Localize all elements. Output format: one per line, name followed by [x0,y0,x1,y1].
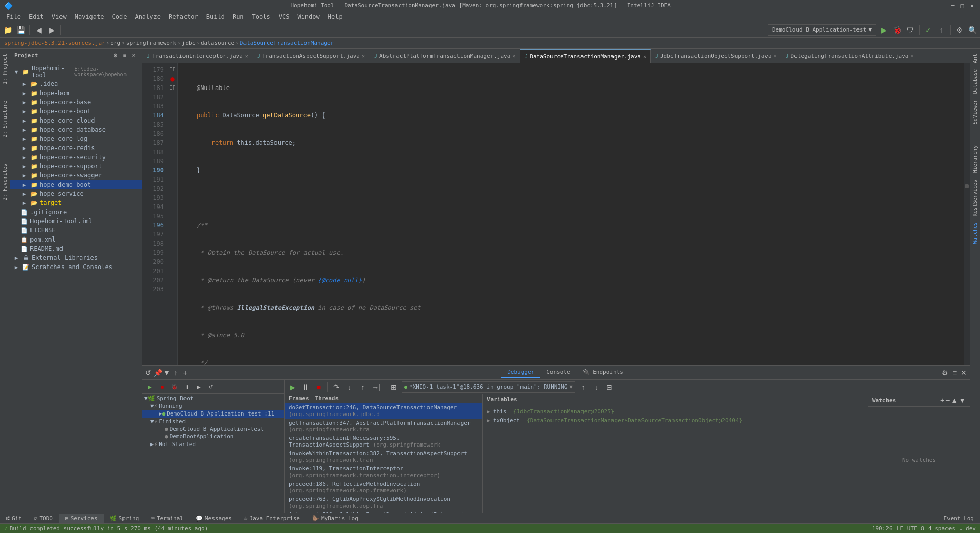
tree-hope-demo-boot[interactable]: ▶ 📁 hope-demo-boot [10,180,142,189]
tab-jto-close[interactable]: ✕ [774,53,777,59]
bottom-tab-terminal[interactable]: ⌨ Terminal [145,514,190,523]
menu-view[interactable]: View [48,12,71,21]
tab-dtm-close[interactable]: ✕ [643,54,646,60]
git-button[interactable]: ✓ [923,24,934,36]
services-refresh-icon[interactable]: ↺ [144,369,152,377]
app-refresh-icon[interactable]: ↺ [205,381,217,392]
tree-hope-core-security[interactable]: ▶ 📁 hope-core-security [10,153,142,162]
var-txobject[interactable]: ▶ txObject = {DataSourceTransactionManag… [483,416,868,425]
services-not-started[interactable]: ▶ ⚡ Not Started [142,440,284,448]
editor-scrollbar[interactable] [964,63,970,365]
menu-file[interactable]: File [2,12,25,21]
watches-add-btn[interactable]: + [940,396,944,404]
menu-help[interactable]: Help [324,12,347,21]
back-button[interactable]: ◀ [33,24,44,36]
debug-step-into-icon[interactable]: ↓ [344,381,355,393]
frame-6[interactable]: proceed:763, CglibAopProxy$CglibMethodIn… [285,495,482,510]
debug-resume-icon[interactable]: ▶ [287,381,298,393]
tab-delegating-ta[interactable]: J DelegatingTransactionAttribute.java ✕ [781,49,918,63]
tree-hope-core-support[interactable]: ▶ 📁 hope-core-support [10,162,142,171]
menu-tools[interactable]: Tools [248,12,274,21]
code-content[interactable]: @Nullable public DataSource getDataSourc… [178,63,964,365]
debug-button[interactable]: 🐞 [892,24,903,36]
git-push-button[interactable]: ↑ [936,24,947,36]
bottom-tab-messages[interactable]: 💬 Messages [190,514,238,523]
menu-edit[interactable]: Edit [25,12,48,21]
tree-idea[interactable]: ▶ 📂 .idea [10,79,142,88]
var-this[interactable]: ▶ this = {JdbcTransactionManager@20025} [483,407,868,416]
thread-nav-down[interactable]: ↓ [591,381,602,393]
menu-vcs[interactable]: VCS [274,12,294,21]
tree-hope-service[interactable]: ▶ 📂 hope-service [10,189,142,198]
minimize-icon[interactable]: ─ [948,2,956,9]
run-button[interactable]: ▶ [878,24,890,36]
bottom-tab-git[interactable]: ⑆ Git [0,514,28,523]
event-log-button[interactable]: Event Log [937,514,980,523]
services-add-icon[interactable]: + [181,369,189,377]
run-config-selector[interactable]: DemoCloud_B_Application-test ▼ [768,24,876,36]
services-tab-console[interactable]: Console [540,367,576,378]
services-spring-boot[interactable]: ▼ 🌿 Spring Boot [142,395,284,402]
forward-button[interactable]: ▶ [46,24,57,36]
menu-analyze[interactable]: Analyze [131,12,165,21]
tree-hope-core-redis[interactable]: ▶ 📁 hope-core-redis [10,143,142,153]
tree-external-libs[interactable]: ▶ 🏛 External Libraries [10,253,142,262]
tab-jdbc-to[interactable]: J JdbcTransactionObjectSupport.java ✕ [651,49,781,63]
tab-transaction-interceptor[interactable]: J TransactionInterceptor.java ✕ [142,49,253,63]
menu-refactor[interactable]: Refactor [165,12,202,21]
save-button[interactable]: 💾 [15,24,26,36]
sqviewer-tab[interactable]: SqViewer [971,97,979,127]
breadcrumb-datasource[interactable]: datasource [201,40,234,46]
frame-2[interactable]: createTransactionIfNecessary:595, Transa… [285,434,482,449]
services-running[interactable]: ▼ ⚡ Running [142,402,284,410]
debug-stop-icon[interactable]: ■ [313,381,324,393]
var-this-expand[interactable]: ▶ [487,408,493,415]
tree-hope-core-database[interactable]: ▶ 📁 hope-core-database [10,125,142,134]
services-pin-icon[interactable]: 📌 [154,369,162,377]
thread-nav-up[interactable]: ↑ [577,381,589,393]
database-tab[interactable]: Database [971,66,979,97]
search-button[interactable]: 🔍 [967,24,978,36]
tree-gitignore[interactable]: 📄 .gitignore [10,208,142,217]
services-tab-endpoints[interactable]: 🔌 Endpoints [576,367,629,378]
project-tab[interactable]: 1: Project [1,51,9,87]
hierarchy-tab[interactable]: Hierarchy [971,142,979,176]
debug-pause-icon[interactable]: ⏸ [300,381,311,393]
tree-license[interactable]: 📄 LICENSE [10,226,142,235]
frame-4[interactable]: invoke:119, TransactionInterceptor (org.… [285,464,482,480]
tree-hope-core-boot[interactable]: ▶ 📁 hope-core-boot [10,107,142,116]
frame-0[interactable]: doGetTransaction:246, DataSourceTransact… [285,403,482,419]
bottom-tab-java-enterprise[interactable]: ☕ Java Enterprise [238,514,306,523]
project-gear-icon[interactable]: ⚙ [111,52,119,60]
menu-build[interactable]: Build [202,12,229,21]
tab-ap-close[interactable]: ✕ [512,53,515,59]
tree-hope-core-base[interactable]: ▶ 📁 hope-core-base [10,98,142,107]
indent-size[interactable]: 4 spaces [928,525,955,532]
tree-pom[interactable]: 📋 pom.xml [10,235,142,244]
maximize-icon[interactable]: □ [959,2,966,9]
project-settings-icon[interactable]: ≡ [120,52,129,60]
code-editor[interactable]: 179 180 181 182 183 184 185 186 187 188 … [142,63,970,365]
tab-ta-close[interactable]: ✕ [362,53,365,59]
debug-run-to-cursor-icon[interactable]: →| [371,381,382,393]
bottom-tab-todo[interactable]: ☑ TODO [28,514,59,523]
watches-remove-btn[interactable]: − [945,396,950,404]
services-app-demo-boot[interactable]: ● DemoBootApplication [142,433,284,440]
tab-dta-close[interactable]: ✕ [910,53,913,59]
breadcrumb-org[interactable]: org [110,40,120,46]
tab-abstract-platform[interactable]: J AbstractPlatformTransactionManager.jav… [370,49,520,63]
menu-code[interactable]: Code [108,12,131,21]
services-app-democb2[interactable]: ● DemoCloud_B_Application-test [142,425,284,433]
frame-1[interactable]: getTransaction:347, AbstractPlatformTran… [285,419,482,434]
restservices-tab[interactable]: RestServices [971,176,979,219]
watches-side-tab[interactable]: Watches [971,219,979,247]
coverage-button[interactable]: 🛡 [905,24,916,36]
frame-3[interactable]: invokeWithinTransaction:382, Transaction… [285,449,482,464]
debug-step-out-icon[interactable]: ↑ [357,381,369,393]
project-root-item[interactable]: ▼ 📁 Hopehomi-Tool E:\idea-workspace\hope… [10,64,142,79]
watches-up-btn[interactable]: ▲ [951,396,958,404]
menu-navigate[interactable]: Navigate [71,12,108,21]
tab-transaction-aspect[interactable]: J TransactionAspectSupport.java ✕ [253,49,370,63]
services-up-icon[interactable]: ↑ [172,369,180,377]
tree-readme[interactable]: 📄 README.md [10,244,142,253]
